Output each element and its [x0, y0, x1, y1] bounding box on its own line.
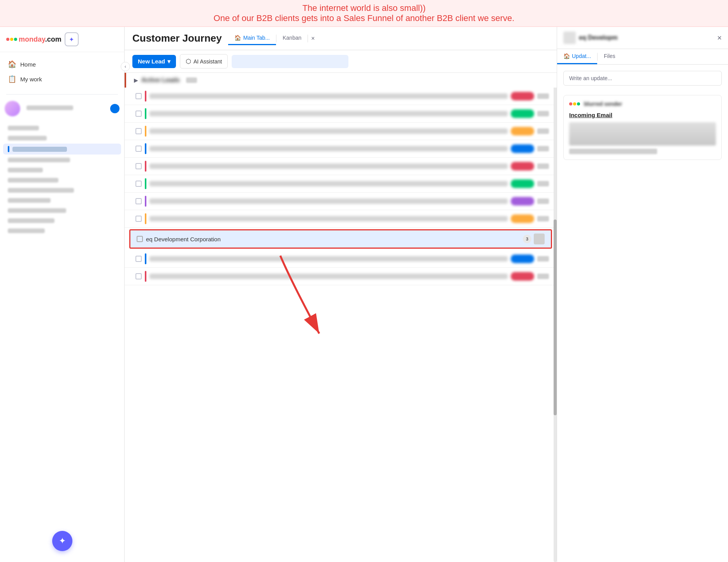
row-checkbox[interactable]: [135, 216, 142, 222]
email-logo-dot-yellow: [573, 102, 576, 105]
ai-assistant-fab[interactable]: ✦: [52, 531, 72, 551]
banner-line1: The internet world is also small)): [8, 3, 720, 13]
row-checkbox[interactable]: [135, 111, 142, 117]
logo-dot-green: [14, 38, 17, 41]
table-row[interactable]: [125, 88, 557, 105]
row-status-tag: [511, 255, 534, 263]
right-panel: eq Developm × 🏠 Updat... Files Write an …: [557, 27, 728, 562]
row-color-indicator: [145, 178, 146, 189]
row-number: [537, 216, 549, 221]
list-item[interactable]: [3, 133, 121, 143]
header-close-button[interactable]: ×: [311, 35, 315, 42]
row-number: [537, 128, 549, 134]
list-item[interactable]: [3, 186, 121, 195]
group-expand-icon[interactable]: ▶: [134, 77, 138, 83]
logo-dots: [6, 38, 17, 41]
row-action-icon[interactable]: [534, 234, 545, 244]
magic-button[interactable]: ✦: [65, 32, 79, 46]
row-checkbox[interactable]: [135, 273, 142, 279]
row-number: [537, 111, 549, 116]
email-logo-dot-green: [577, 102, 580, 105]
panel-item-icon: [563, 32, 576, 44]
email-logo-dot-red: [569, 102, 572, 105]
row-status-tag: [511, 127, 534, 135]
table-row[interactable]: [125, 250, 557, 268]
row-name: [149, 93, 508, 99]
tabs-area: 🏠 Main Tab... Kanban ×: [228, 32, 315, 45]
sidebar-divider: [6, 94, 118, 95]
row-number: [537, 93, 549, 99]
write-update-button[interactable]: Write an update...: [563, 71, 722, 86]
row-checkbox[interactable]: [135, 146, 142, 152]
table-row[interactable]: [125, 140, 557, 158]
row-status-tag: [511, 162, 534, 170]
table-row[interactable]: [125, 175, 557, 193]
search-input[interactable]: [232, 55, 348, 68]
toolbar: New Lead ▾ ⬡ AI Assistant: [125, 50, 557, 73]
row-name: [149, 216, 508, 221]
row-number: [537, 198, 549, 204]
row-color-indicator: [145, 91, 146, 102]
list-item[interactable]: [3, 165, 121, 175]
row-color-indicator: [145, 196, 146, 207]
row-name: [149, 163, 508, 169]
right-panel-close-button[interactable]: ×: [717, 33, 722, 42]
write-update-label: Write an update...: [569, 75, 612, 81]
list-item[interactable]: [3, 226, 121, 235]
row-number: [537, 274, 549, 279]
panel-tab-files[interactable]: Files: [598, 49, 622, 64]
table-row[interactable]: [125, 268, 557, 285]
table-row[interactable]: [125, 158, 557, 175]
panel-tab-updates[interactable]: 🏠 Updat...: [557, 49, 597, 64]
row-status-tag: [511, 144, 534, 153]
scrollbar-track[interactable]: [554, 73, 557, 562]
row-name: [149, 256, 508, 262]
row-checkbox[interactable]: [135, 128, 142, 134]
list-item-active[interactable]: [3, 144, 121, 155]
list-item[interactable]: [3, 155, 121, 165]
tab-main[interactable]: 🏠 Main Tab...: [228, 32, 276, 45]
tab-kanban[interactable]: Kanban: [276, 32, 308, 45]
row-checkbox[interactable]: [135, 256, 142, 262]
dropdown-arrow-icon: ▾: [167, 58, 171, 65]
list-item[interactable]: [3, 123, 121, 133]
row-checkbox[interactable]: [135, 163, 142, 169]
scrollbar-thumb[interactable]: [554, 220, 557, 415]
list-item[interactable]: [3, 216, 121, 225]
group-title: Active Leads: [141, 77, 180, 84]
row-checkbox[interactable]: [135, 93, 142, 99]
tab-kanban-label: Kanban: [283, 35, 301, 41]
mywork-icon: 📋: [8, 75, 16, 83]
new-lead-button[interactable]: New Lead ▾: [132, 55, 176, 68]
list-item[interactable]: [3, 206, 121, 215]
sidebar-collapse-button[interactable]: ‹: [121, 62, 130, 71]
monday-logo: monday.com: [6, 35, 62, 44]
row-status-tag: [511, 179, 534, 188]
highlighted-row-checkbox[interactable]: [137, 236, 143, 242]
list-item[interactable]: [3, 176, 121, 185]
row-name: [149, 274, 508, 279]
sidebar-item-home[interactable]: 🏠 Home: [3, 57, 121, 72]
workspace-user-row[interactable]: [0, 98, 124, 119]
highlighted-table-row[interactable]: eq Development Corporation 3: [129, 229, 552, 249]
board-area: ▶ Active Leads: [125, 73, 557, 562]
email-subject: Incoming Email: [569, 112, 716, 118]
row-status-tag: [511, 197, 534, 205]
active-indicator: [8, 146, 9, 152]
table-row[interactable]: [125, 193, 557, 210]
row-checkbox[interactable]: [135, 181, 142, 187]
ai-assistant-button[interactable]: ⬡ AI Assistant: [180, 54, 228, 68]
table-row[interactable]: [125, 105, 557, 123]
row-name: [149, 198, 508, 204]
home-icon: 🏠: [8, 60, 16, 68]
tab-main-label: Main Tab...: [243, 35, 270, 41]
row-checkbox[interactable]: [135, 198, 142, 204]
sparkle-icon: ✦: [59, 536, 66, 546]
right-panel-title: eq Developm: [579, 34, 714, 41]
list-item[interactable]: [3, 196, 121, 205]
table-row[interactable]: [125, 210, 557, 228]
email-card: blurred sender Incoming Email: [563, 95, 722, 160]
sidebar-item-mywork[interactable]: 📋 My work: [3, 72, 121, 86]
page-title: Customer Journey: [132, 32, 222, 44]
table-row[interactable]: [125, 123, 557, 140]
